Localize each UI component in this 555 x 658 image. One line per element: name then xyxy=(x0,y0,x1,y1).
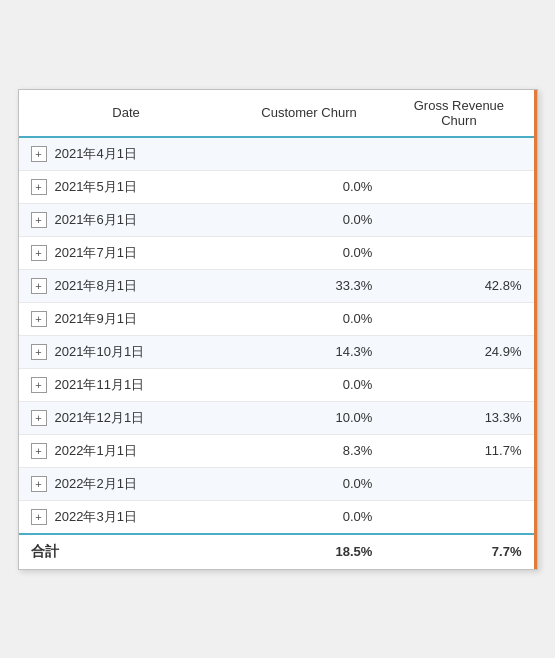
expand-icon[interactable]: + xyxy=(31,509,47,525)
gross-revenue-churn-cell xyxy=(384,500,535,534)
customer-churn-cell: 0.0% xyxy=(234,368,385,401)
gross-revenue-churn-cell xyxy=(384,236,535,269)
date-cell: +2022年2月1日 xyxy=(19,467,234,500)
gross-revenue-churn-cell xyxy=(384,467,535,500)
date-value: 2021年6月1日 xyxy=(55,211,137,229)
expand-icon[interactable]: + xyxy=(31,476,47,492)
gross-revenue-churn-cell xyxy=(384,170,535,203)
customer-churn-cell: 10.0% xyxy=(234,401,385,434)
table-row: +2021年11月1日0.0% xyxy=(19,368,536,401)
table-row: +2022年2月1日0.0% xyxy=(19,467,536,500)
expand-icon[interactable]: + xyxy=(31,410,47,426)
expand-icon[interactable]: + xyxy=(31,311,47,327)
customer-churn-cell: 8.3% xyxy=(234,434,385,467)
date-value: 2021年7月1日 xyxy=(55,244,137,262)
date-cell: +2021年9月1日 xyxy=(19,302,234,335)
footer-row: 合計 18.5% 7.7% xyxy=(19,534,536,569)
date-value: 2021年5月1日 xyxy=(55,178,137,196)
table-row: +2022年3月1日0.0% xyxy=(19,500,536,534)
expand-icon[interactable]: + xyxy=(31,179,47,195)
customer-churn-cell: 0.0% xyxy=(234,203,385,236)
date-cell: +2022年3月1日 xyxy=(19,500,234,534)
gross-revenue-churn-cell xyxy=(384,368,535,401)
table-row: +2021年4月1日 xyxy=(19,137,536,171)
date-value: 2022年2月1日 xyxy=(55,475,137,493)
expand-icon[interactable]: + xyxy=(31,212,47,228)
expand-icon[interactable]: + xyxy=(31,443,47,459)
date-cell: +2022年1月1日 xyxy=(19,434,234,467)
customer-churn-cell: 14.3% xyxy=(234,335,385,368)
gross-revenue-churn-cell: 13.3% xyxy=(384,401,535,434)
gross-revenue-churn-cell xyxy=(384,137,535,171)
gross-revenue-churn-cell xyxy=(384,302,535,335)
date-cell: +2021年8月1日 xyxy=(19,269,234,302)
expand-icon[interactable]: + xyxy=(31,278,47,294)
date-value: 2021年8月1日 xyxy=(55,277,137,295)
table-row: +2021年5月1日0.0% xyxy=(19,170,536,203)
date-cell: +2021年7月1日 xyxy=(19,236,234,269)
gross-revenue-churn-cell: 11.7% xyxy=(384,434,535,467)
table-row: +2021年9月1日0.0% xyxy=(19,302,536,335)
gross-revenue-churn-cell: 42.8% xyxy=(384,269,535,302)
footer-label: 合計 xyxy=(19,534,234,569)
customer-churn-cell xyxy=(234,137,385,171)
churn-table-container: Date Customer Churn Gross Revenue Churn … xyxy=(18,89,538,570)
date-value: 2022年1月1日 xyxy=(55,442,137,460)
date-value: 2021年4月1日 xyxy=(55,145,137,163)
expand-icon[interactable]: + xyxy=(31,245,47,261)
date-value: 2021年9月1日 xyxy=(55,310,137,328)
date-cell: +2021年5月1日 xyxy=(19,170,234,203)
date-cell: +2021年11月1日 xyxy=(19,368,234,401)
customer-churn-cell: 0.0% xyxy=(234,467,385,500)
table-row: +2021年6月1日0.0% xyxy=(19,203,536,236)
customer-churn-cell: 0.0% xyxy=(234,500,385,534)
date-value: 2021年11月1日 xyxy=(55,376,145,394)
header-customer-churn: Customer Churn xyxy=(234,90,385,137)
date-value: 2022年3月1日 xyxy=(55,508,137,526)
date-value: 2021年10月1日 xyxy=(55,343,145,361)
expand-icon[interactable]: + xyxy=(31,344,47,360)
customer-churn-cell: 33.3% xyxy=(234,269,385,302)
date-cell: +2021年10月1日 xyxy=(19,335,234,368)
date-cell: +2021年6月1日 xyxy=(19,203,234,236)
table-row: +2021年12月1日10.0%13.3% xyxy=(19,401,536,434)
table-row: +2021年7月1日0.0% xyxy=(19,236,536,269)
table-row: +2021年8月1日33.3%42.8% xyxy=(19,269,536,302)
churn-table: Date Customer Churn Gross Revenue Churn … xyxy=(19,90,537,569)
customer-churn-cell: 0.0% xyxy=(234,170,385,203)
footer-gross-revenue-churn: 7.7% xyxy=(384,534,535,569)
header-gross-revenue-churn: Gross Revenue Churn xyxy=(384,90,535,137)
table-row: +2021年10月1日14.3%24.9% xyxy=(19,335,536,368)
date-value: 2021年12月1日 xyxy=(55,409,145,427)
gross-revenue-churn-cell: 24.9% xyxy=(384,335,535,368)
date-cell: +2021年4月1日 xyxy=(19,137,234,171)
customer-churn-cell: 0.0% xyxy=(234,302,385,335)
customer-churn-cell: 0.0% xyxy=(234,236,385,269)
expand-icon[interactable]: + xyxy=(31,146,47,162)
date-cell: +2021年12月1日 xyxy=(19,401,234,434)
footer-customer-churn: 18.5% xyxy=(234,534,385,569)
table-row: +2022年1月1日8.3%11.7% xyxy=(19,434,536,467)
expand-icon[interactable]: + xyxy=(31,377,47,393)
gross-revenue-churn-cell xyxy=(384,203,535,236)
header-date: Date xyxy=(19,90,234,137)
